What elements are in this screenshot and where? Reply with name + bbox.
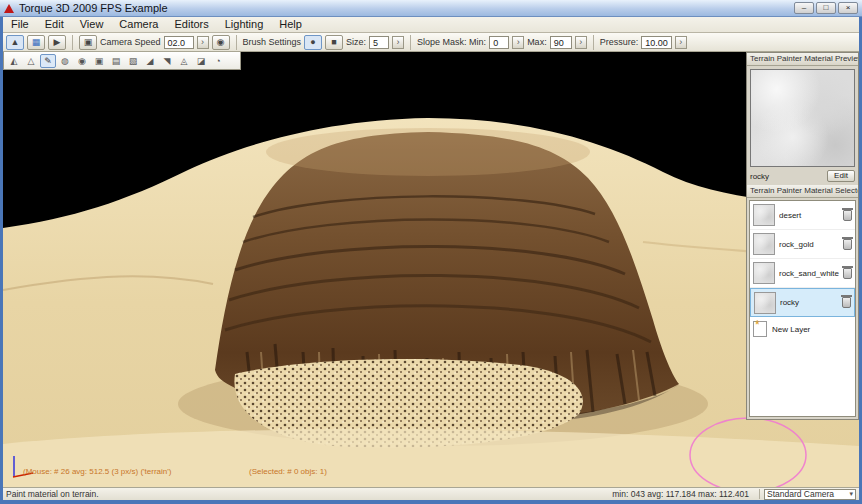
set-height-icon[interactable]: ▤	[108, 54, 124, 68]
pressure-spinner[interactable]: ›	[675, 36, 687, 49]
material-row-rocky[interactable]: rocky	[750, 288, 855, 317]
camera-speed-spinner[interactable]: ›	[197, 36, 209, 49]
toolbar-separator	[72, 35, 73, 50]
menu-help[interactable]: Help	[271, 17, 310, 32]
material-name: rocky	[780, 298, 842, 307]
menu-camera[interactable]: Camera	[111, 17, 166, 32]
status-bar: Paint material on terrain. min: 043 avg:…	[3, 487, 859, 500]
new-layer-button[interactable]: New Layer	[750, 317, 855, 341]
square-brush-icon[interactable]: ■	[325, 35, 343, 50]
menu-edit[interactable]: Edit	[37, 17, 72, 32]
status-hint-text: Paint material on terrain.	[6, 489, 612, 499]
toolbar-separator	[410, 35, 411, 50]
pressure-value[interactable]: 10.00	[641, 36, 672, 49]
toolbar-separator	[236, 35, 237, 50]
edit-material-button[interactable]: Edit	[827, 170, 855, 182]
raise-height-icon[interactable]: ◢	[142, 54, 158, 68]
material-row-rock-gold[interactable]: rock_gold	[750, 230, 855, 259]
slope-max-value[interactable]: 90	[550, 36, 572, 49]
brush-history-icon[interactable]: ◔	[210, 54, 226, 68]
brush-settings-label: Brush Settings	[243, 37, 302, 47]
camera-speed-value[interactable]: 02.0	[164, 36, 194, 49]
menu-editors[interactable]: Editors	[166, 17, 216, 32]
material-thumbnail	[753, 204, 775, 226]
delete-material-icon[interactable]	[843, 268, 852, 279]
terrain-scene	[3, 52, 859, 487]
material-thumbnail	[754, 292, 776, 314]
material-list: desert rock_gold rock_sand_white rocky	[749, 200, 856, 417]
visibility-eye-icon[interactable]: ◉	[212, 35, 230, 50]
circle-brush-icon[interactable]: ●	[304, 35, 322, 50]
menu-lighting[interactable]: Lighting	[217, 17, 272, 32]
menu-bar: File Edit View Camera Editors Lighting H…	[3, 17, 859, 33]
camera-icon[interactable]: ▣	[79, 35, 97, 50]
minimize-button[interactable]: –	[794, 2, 814, 14]
window-title: Torque 3D 2009 FPS Example	[19, 2, 168, 14]
slope-min-label: Slope Mask: Min:	[417, 37, 486, 47]
chevron-down-icon: ▾	[849, 490, 853, 498]
toolbar-separator	[593, 35, 594, 50]
material-thumbnail	[753, 262, 775, 284]
set-empty-icon[interactable]: ◬	[176, 54, 192, 68]
slope-min-value[interactable]: 0	[489, 36, 509, 49]
3d-viewport[interactable]: (Mouse: # 26 avg: 512.5 (3 px/s) ('terra…	[3, 52, 859, 487]
delete-material-icon[interactable]	[843, 210, 852, 221]
terrain-painter-palette: Terrain Painter Material Preview rocky E…	[746, 52, 859, 420]
main-toolbar: ▲ ▦ ▶ ▣ Camera Speed 02.0 › ◉ Brush Sett…	[3, 33, 859, 52]
menu-view[interactable]: View	[72, 17, 112, 32]
clear-layer-icon[interactable]: ▧	[125, 54, 141, 68]
material-name: desert	[779, 211, 843, 220]
material-preview-header: Terrain Painter Material Preview	[747, 53, 858, 66]
select-terrain-icon[interactable]: ◭	[6, 54, 22, 68]
preview-material-name: rocky	[750, 172, 827, 181]
close-button[interactable]: ×	[838, 2, 858, 14]
app-window: Torque 3D 2009 FPS Example – □ × File Ed…	[0, 0, 862, 504]
pressure-label: Pressure:	[600, 37, 639, 47]
material-row-desert[interactable]: desert	[750, 201, 855, 230]
viewport-hud-selected-text: (Selected: # 0 objs: 1)	[249, 467, 327, 476]
slope-min-spinner[interactable]: ›	[512, 36, 524, 49]
viewport-hud-mouse-text: (Mouse: # 26 avg: 512.5 (3 px/s) ('terra…	[23, 467, 171, 476]
menu-file[interactable]: File	[3, 17, 37, 32]
world-editor-icon[interactable]: ▲	[6, 35, 24, 50]
delete-material-icon[interactable]	[842, 297, 851, 308]
brush-size-label: Size:	[346, 37, 366, 47]
new-layer-icon	[753, 321, 767, 337]
play-game-icon[interactable]: ▶	[48, 35, 66, 50]
material-thumbnail	[753, 233, 775, 255]
maximize-button[interactable]: □	[816, 2, 836, 14]
brush-size-spinner[interactable]: ›	[392, 36, 404, 49]
brush-size-value[interactable]: 5	[369, 36, 389, 49]
camera-mode-dropdown[interactable]: Standard Camera ▾	[764, 489, 856, 500]
camera-speed-label: Camera Speed	[100, 37, 161, 47]
delete-material-icon[interactable]	[843, 239, 852, 250]
status-perf-stats: min: 043 avg: 117.184 max: 112.401	[612, 489, 749, 499]
restore-terrain-icon[interactable]: ◪	[193, 54, 209, 68]
slope-max-label: Max:	[527, 37, 547, 47]
paint-noise-icon[interactable]: ◉	[74, 54, 90, 68]
smooth-tool-icon[interactable]: ◍	[57, 54, 73, 68]
new-layer-label: New Layer	[772, 325, 852, 334]
grid-snap-icon[interactable]: ▦	[27, 35, 45, 50]
material-name: rock_gold	[779, 240, 843, 249]
adjust-height-icon[interactable]: △	[23, 54, 39, 68]
paint-material-brush-icon[interactable]: ✎	[40, 54, 56, 68]
lower-height-icon[interactable]: ◥	[159, 54, 175, 68]
flatten-tool-icon[interactable]: ▣	[91, 54, 107, 68]
torque-logo-icon	[4, 4, 14, 13]
camera-mode-value: Standard Camera	[767, 489, 834, 499]
material-name: rock_sand_white	[779, 269, 843, 278]
material-selector-header: Terrain Painter Material Selector	[747, 185, 858, 198]
terrain-tool-strip: ◭ △ ✎ ◍ ◉ ▣ ▤ ▧ ◢ ◥ ◬ ◪ ◔	[3, 52, 241, 70]
material-row-rock-sand-white[interactable]: rock_sand_white	[750, 259, 855, 288]
material-preview-image	[750, 69, 855, 167]
title-bar: Torque 3D 2009 FPS Example – □ ×	[0, 0, 862, 17]
statusbar-separator	[759, 489, 760, 499]
slope-max-spinner[interactable]: ›	[575, 36, 587, 49]
